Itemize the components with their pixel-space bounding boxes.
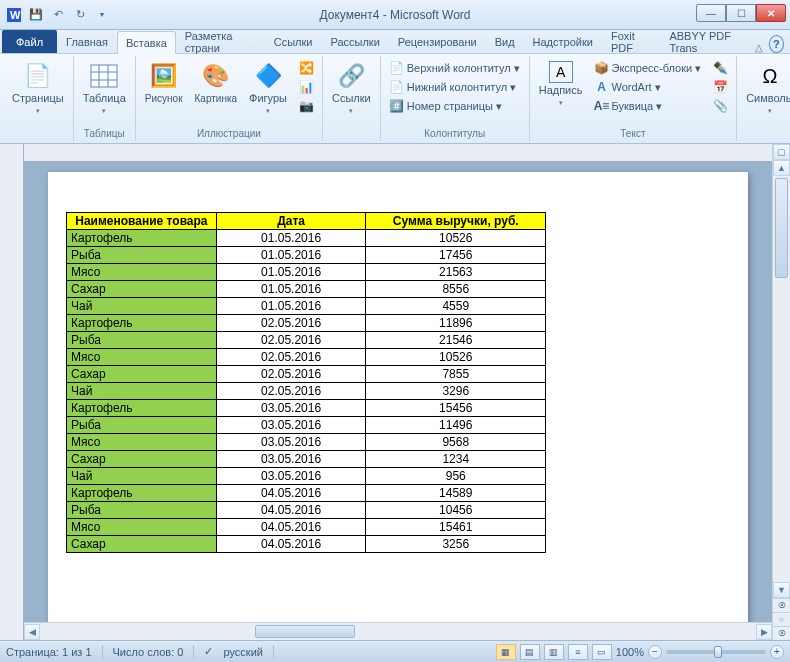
tab-foxit[interactable]: Foxit PDF — [602, 30, 661, 53]
prev-page-icon[interactable]: ⦿ — [773, 598, 790, 612]
datetime-button[interactable]: 📅 — [709, 78, 731, 96]
table-cell[interactable]: Рыба — [67, 502, 217, 519]
word-icon[interactable]: W — [4, 5, 24, 25]
table-row[interactable]: Сахар01.05.20168556 — [67, 281, 546, 298]
table-cell[interactable]: 956 — [366, 468, 546, 485]
clipart-button[interactable]: 🎨Картинка — [190, 58, 243, 107]
header-button[interactable]: 📄Верхний колонтитул ▾ — [386, 59, 524, 77]
object-button[interactable]: 📎 — [709, 97, 731, 115]
zoom-handle[interactable] — [714, 646, 722, 658]
table-row[interactable]: Картофель01.05.201610526 — [67, 230, 546, 247]
data-table[interactable]: Наименование товараДатаСумма выручки, ру… — [66, 212, 546, 553]
table-cell[interactable]: 02.05.2016 — [216, 315, 366, 332]
undo-icon[interactable]: ↶ — [48, 5, 68, 25]
screenshot-button[interactable]: 📷 — [295, 97, 317, 115]
zoom-slider[interactable] — [666, 650, 766, 654]
table-cell[interactable]: Сахар — [67, 281, 217, 298]
table-cell[interactable]: 15461 — [366, 519, 546, 536]
shapes-button[interactable]: 🔷Фигуры▾ — [244, 58, 292, 119]
table-cell[interactable]: 8556 — [366, 281, 546, 298]
status-lang[interactable]: русский — [223, 646, 262, 658]
table-cell[interactable]: 01.05.2016 — [216, 281, 366, 298]
table-cell[interactable]: Сахар — [67, 451, 217, 468]
table-cell[interactable]: 3296 — [366, 383, 546, 400]
tab-review[interactable]: Рецензировани — [389, 30, 486, 53]
fullscreen-view[interactable]: ▤ — [520, 644, 540, 660]
table-cell[interactable]: 11896 — [366, 315, 546, 332]
file-tab[interactable]: Файл — [2, 30, 57, 53]
ruler-toggle-icon[interactable]: ▢ — [773, 144, 790, 160]
status-page[interactable]: Страница: 1 из 1 — [6, 646, 92, 658]
browse-object-icon[interactable]: ○ — [773, 612, 790, 626]
close-button[interactable]: ✕ — [756, 4, 786, 22]
table-row[interactable]: Картофель04.05.201614589 — [67, 485, 546, 502]
horizontal-ruler[interactable] — [24, 144, 772, 162]
table-header[interactable]: Дата — [216, 213, 366, 230]
table-cell[interactable]: Картофель — [67, 400, 217, 417]
table-cell[interactable]: Мясо — [67, 264, 217, 281]
tab-layout[interactable]: Разметка страни — [176, 30, 265, 53]
table-cell[interactable]: 15456 — [366, 400, 546, 417]
maximize-button[interactable]: ☐ — [726, 4, 756, 22]
table-cell[interactable]: 03.05.2016 — [216, 434, 366, 451]
table-row[interactable]: Сахар04.05.20163256 — [67, 536, 546, 553]
symbols-button[interactable]: ΩСимволы▾ — [741, 58, 790, 119]
tab-addins[interactable]: Надстройки — [524, 30, 602, 53]
tab-home[interactable]: Главная — [57, 30, 117, 53]
tab-insert[interactable]: Вставка — [117, 31, 176, 54]
zoom-level[interactable]: 100% — [616, 646, 644, 658]
chart-button[interactable]: 📊 — [295, 78, 317, 96]
scroll-left-icon[interactable]: ◀ — [24, 624, 40, 640]
vertical-scrollbar[interactable]: ▢ ▲ ▼ ⦿ ○ ⦿ — [772, 144, 790, 640]
pagenum-button[interactable]: #️⃣Номер страницы ▾ — [386, 97, 524, 115]
table-cell[interactable]: 04.05.2016 — [216, 536, 366, 553]
hscroll-thumb[interactable] — [255, 625, 355, 638]
table-cell[interactable]: 03.05.2016 — [216, 468, 366, 485]
dropcap-button[interactable]: A≡Буквица ▾ — [591, 97, 706, 115]
table-row[interactable]: Рыба03.05.201611496 — [67, 417, 546, 434]
tab-abbyy[interactable]: ABBYY PDF Trans — [660, 30, 754, 53]
table-cell[interactable]: 01.05.2016 — [216, 230, 366, 247]
table-cell[interactable]: 03.05.2016 — [216, 400, 366, 417]
table-row[interactable]: Рыба02.05.201621546 — [67, 332, 546, 349]
footer-button[interactable]: 📄Нижний колонтитул ▾ — [386, 78, 524, 96]
smartart-button[interactable]: 🔀 — [295, 59, 317, 77]
table-cell[interactable]: 21546 — [366, 332, 546, 349]
redo-icon[interactable]: ↻ — [70, 5, 90, 25]
zoom-out-button[interactable]: − — [648, 645, 662, 659]
table-button[interactable]: Таблица▾ — [78, 58, 131, 119]
table-cell[interactable]: 10526 — [366, 230, 546, 247]
help-icon[interactable]: ? — [769, 35, 784, 53]
table-cell[interactable]: Мясо — [67, 434, 217, 451]
links-button[interactable]: 🔗Ссылки▾ — [327, 58, 376, 119]
table-header[interactable]: Наименование товара — [67, 213, 217, 230]
table-cell[interactable]: 01.05.2016 — [216, 298, 366, 315]
table-row[interactable]: Рыба01.05.201617456 — [67, 247, 546, 264]
table-cell[interactable]: 01.05.2016 — [216, 264, 366, 281]
table-cell[interactable]: 11496 — [366, 417, 546, 434]
draft-view[interactable]: ▭ — [592, 644, 612, 660]
table-row[interactable]: Рыба04.05.201610456 — [67, 502, 546, 519]
table-cell[interactable]: 02.05.2016 — [216, 332, 366, 349]
tab-view[interactable]: Вид — [486, 30, 524, 53]
table-cell[interactable]: Чай — [67, 298, 217, 315]
table-cell[interactable]: Рыба — [67, 247, 217, 264]
vertical-ruler[interactable] — [0, 144, 24, 640]
table-cell[interactable]: 21563 — [366, 264, 546, 281]
table-cell[interactable]: Рыба — [67, 332, 217, 349]
next-page-icon[interactable]: ⦿ — [773, 626, 790, 640]
table-cell[interactable]: Чай — [67, 468, 217, 485]
tab-mailings[interactable]: Рассылки — [321, 30, 388, 53]
minimize-button[interactable]: — — [696, 4, 726, 22]
table-row[interactable]: Чай01.05.20164559 — [67, 298, 546, 315]
table-cell[interactable]: Сахар — [67, 366, 217, 383]
table-cell[interactable]: 10526 — [366, 349, 546, 366]
table-row[interactable]: Чай03.05.2016956 — [67, 468, 546, 485]
table-cell[interactable]: Чай — [67, 383, 217, 400]
picture-button[interactable]: 🖼️Рисунок — [140, 58, 188, 107]
horizontal-scrollbar[interactable]: ◀ ▶ — [24, 622, 772, 640]
table-row[interactable]: Мясо01.05.201621563 — [67, 264, 546, 281]
table-header[interactable]: Сумма выручки, руб. — [366, 213, 546, 230]
table-cell[interactable]: 04.05.2016 — [216, 502, 366, 519]
proofing-icon[interactable]: ✓ — [204, 645, 213, 658]
